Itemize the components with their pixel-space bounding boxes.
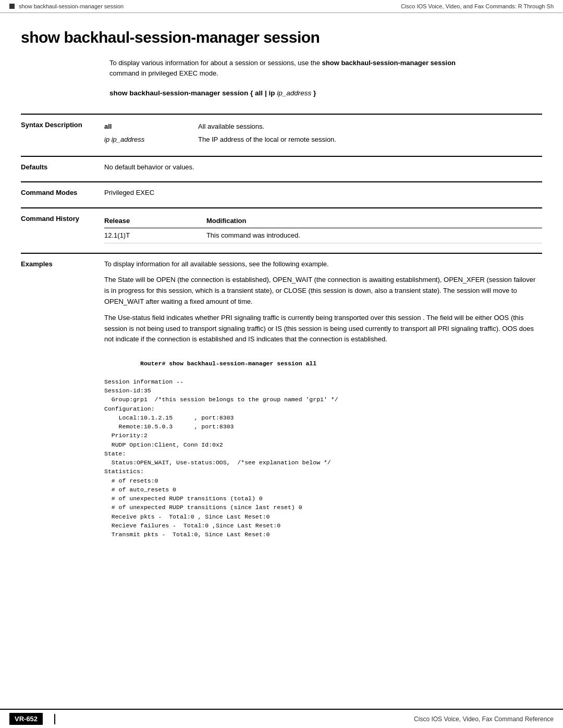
syntax-italic1: ip_address — [275, 89, 311, 97]
intro-paragraph: To display various information for about… — [109, 58, 485, 78]
command-history-label: Command History — [21, 214, 104, 243]
intro-text-after: command in privileged EXEC mode. — [109, 69, 218, 77]
defaults-section: Defaults No default behavior or values. — [21, 156, 542, 182]
syntax-option2: ip — [268, 89, 275, 97]
syntax-separator: | — [263, 89, 268, 97]
history-table: Release Modification 12.1(1)T This comma… — [104, 214, 542, 243]
doc-title: Cisco IOS Voice, Video, and Fax Commands… — [401, 3, 554, 9]
table-row: all All available sessions. — [104, 120, 542, 133]
syntax-description-content: all All available sessions. ip ip_addres… — [104, 120, 542, 146]
history-table-head: Release Modification — [104, 214, 542, 228]
history-release-1: 12.1(1)T — [104, 228, 206, 243]
syntax-table: all All available sessions. ip ip_addres… — [104, 120, 542, 146]
defaults-label: Defaults — [21, 162, 104, 172]
page-label: VR-652 — [9, 713, 43, 725]
table-row: ip ip_address The IP address of the loca… — [104, 133, 542, 146]
syntax-description-label: Syntax Description — [21, 120, 104, 146]
examples-label: Examples — [21, 259, 104, 548]
code-block: Router# show backhaul-session-manager se… — [104, 350, 542, 548]
command-syntax-line: show backhaul-session-manager session { … — [109, 88, 542, 99]
footer-text: Cisco IOS Voice, Video, Fax Command Refe… — [414, 715, 554, 723]
examples-section: Examples To display information for all … — [21, 253, 542, 558]
col-modification: Modification — [206, 214, 542, 228]
history-modification-1: This command was introduced. — [206, 228, 542, 243]
syntax-term-2: ip ip_address — [104, 133, 198, 146]
table-row: 12.1(1)T This command was introduced. — [104, 228, 542, 243]
examples-content: To display information for all available… — [104, 259, 542, 548]
command-modes-label: Command Modes — [21, 188, 104, 198]
col-release: Release — [104, 214, 206, 228]
syntax-desc-2: The IP address of the local or remote se… — [198, 133, 542, 146]
command-history-section: Command History Release Modification 12.… — [21, 207, 542, 253]
intro-text-before: To display various information for about… — [109, 59, 322, 67]
examples-intro: To display information for all available… — [104, 259, 542, 270]
command-modes-content: Privileged EXEC — [104, 188, 542, 198]
page-title: show backhaul-session-manager session — [21, 29, 542, 46]
code-body: Session information -- Session-id:35 Gro… — [104, 378, 338, 538]
examples-para2: The Use-status field indicates whether P… — [104, 313, 542, 345]
syntax-term-1: all — [104, 120, 198, 133]
command-modes-section: Command Modes Privileged EXEC — [21, 181, 542, 207]
top-bar: show backhaul-session-manager session Ci… — [0, 0, 563, 13]
intro-bold: show backhaul-session-manager session — [322, 59, 456, 67]
separator — [54, 714, 55, 724]
square-icon — [9, 4, 15, 9]
examples-para1: The State will be OPEN (the connection i… — [104, 275, 542, 307]
table-row: Release Modification — [104, 214, 542, 228]
syntax-description-section: Syntax Description all All available ses… — [21, 114, 542, 156]
syntax-desc-1: All available sessions. — [198, 120, 542, 133]
bottom-bar: VR-652 Cisco IOS Voice, Video, Fax Comma… — [0, 709, 563, 728]
defaults-content: No default behavior or values. — [104, 162, 542, 172]
syntax-prefix: show backhaul-session-manager session { — [109, 89, 255, 97]
code-command: Router# show backhaul-session-manager se… — [140, 360, 316, 367]
command-history-content: Release Modification 12.1(1)T This comma… — [104, 214, 542, 243]
breadcrumb-area: show backhaul-session-manager session — [9, 3, 124, 9]
syntax-option1: all — [255, 89, 263, 97]
page-content: show backhaul-session-manager session To… — [0, 13, 563, 578]
syntax-suffix: } — [311, 89, 316, 97]
breadcrumb: show backhaul-session-manager session — [19, 3, 124, 9]
history-table-body: 12.1(1)T This command was introduced. — [104, 228, 542, 243]
